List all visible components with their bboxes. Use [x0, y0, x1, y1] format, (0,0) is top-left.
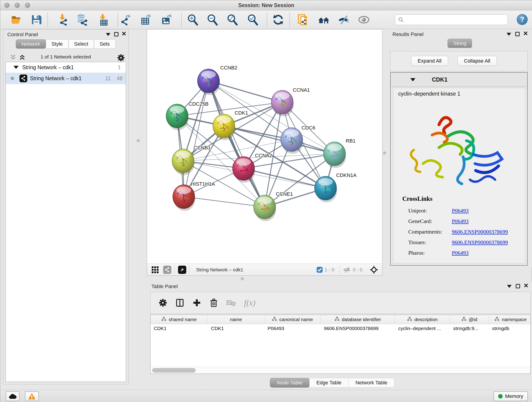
zoom-in-icon[interactable] [187, 14, 199, 26]
column-header-namespace[interactable]: namespace [489, 315, 531, 324]
section-expander-icon[interactable] [410, 78, 415, 81]
cell-canonical-name[interactable]: P06493 [264, 324, 321, 333]
network-view-mode-icon[interactable] [163, 266, 171, 274]
network-canvas[interactable]: CCNB2CCNA1CDC25BCDK1CDC6RB1CCNB1CCNA2CDK… [147, 29, 382, 264]
search-input[interactable] [404, 17, 505, 22]
splitter-handle[interactable] [241, 277, 244, 280]
memory-button[interactable]: Memory [494, 391, 528, 401]
column-header-description[interactable]: description [395, 315, 450, 324]
show-all-icon[interactable] [358, 14, 370, 26]
network-view[interactable]: CCNB2CCNA1CDC25BCDK1CDC6RB1CCNB1CCNA2CDK… [147, 29, 382, 276]
tab-network-table[interactable]: Network Table [348, 378, 394, 388]
splitter-handle[interactable] [383, 152, 386, 154]
column-header-name[interactable]: name [208, 315, 264, 324]
node-RB1[interactable] [323, 142, 346, 168]
tab-node-table[interactable]: Node Table [270, 378, 310, 388]
export-network-icon[interactable] [120, 14, 132, 26]
node-CDC25B[interactable] [166, 104, 189, 130]
column-header-shared-name[interactable]: shared name [151, 315, 208, 324]
node-CDKN1A[interactable] [315, 176, 337, 202]
open-session-icon[interactable] [10, 14, 22, 26]
cell-database-identifier[interactable]: 9606.ENSP00000378699 [321, 324, 395, 333]
node-CCNB2[interactable] [197, 69, 220, 95]
fit-selected-crosshair-icon[interactable] [369, 265, 379, 274]
collapse-all-button[interactable]: Collapse All [457, 56, 497, 66]
crosslink-link[interactable]: P06493 [452, 250, 469, 256]
warnings-button[interactable] [25, 391, 39, 401]
node-CCNB1[interactable] [172, 149, 195, 175]
cell-namespace[interactable]: stringdb [489, 324, 531, 333]
tab-string[interactable]: String [447, 39, 472, 48]
search-box[interactable] [395, 14, 508, 25]
save-session-icon[interactable] [31, 14, 42, 26]
node-CCNA2[interactable] [233, 157, 255, 183]
panel-close-icon[interactable]: ✕ [121, 32, 127, 36]
collection-expander-icon[interactable] [13, 66, 19, 69]
crosslink-link[interactable]: 9606.ENSP00000378699 [452, 229, 508, 235]
node-table[interactable]: shared namenamecanonical namedatabase id… [150, 315, 531, 374]
edge-CCNA2-CDKN1A[interactable] [244, 168, 326, 188]
tab-style[interactable]: Style [46, 39, 69, 49]
tab-edge-table[interactable]: Edge Table [309, 378, 349, 388]
delete-table-icon[interactable] [226, 299, 236, 307]
network-row-selected[interactable]: String Network – cdk1 11 48 [6, 73, 126, 84]
export-image-icon[interactable] [161, 14, 172, 26]
zoom-selected-icon[interactable] [247, 14, 259, 26]
cell-name[interactable]: CDK1 [208, 324, 264, 333]
export-table-icon[interactable] [140, 14, 152, 26]
first-neighbors-icon[interactable] [318, 14, 330, 26]
scrollbar-thumb[interactable] [152, 368, 196, 373]
import-network-from-database-icon[interactable] [76, 14, 88, 26]
expand-all-button[interactable]: Expand All [411, 56, 448, 66]
grid-view-icon[interactable] [151, 266, 159, 274]
panel-close-icon[interactable]: ✕ [524, 283, 529, 288]
panel-float-icon[interactable] [114, 32, 119, 36]
crosslink-link[interactable]: P06493 [452, 208, 469, 214]
edge-HIST1H1A-CCNE1[interactable] [184, 197, 265, 207]
tab-network[interactable]: Network [16, 39, 46, 49]
delete-column-trash-icon[interactable] [209, 298, 218, 307]
splitter-handle[interactable] [137, 139, 140, 142]
panel-float-icon[interactable] [516, 284, 520, 288]
cell-description[interactable]: cyclin–dependent ... [395, 324, 450, 333]
function-builder-icon[interactable]: f(x) [244, 298, 255, 307]
node-HIST1H1A[interactable] [173, 185, 195, 211]
panel-float-icon[interactable] [515, 32, 520, 36]
column-header-canonical-name[interactable]: canonical name [264, 315, 321, 324]
crosslink-link[interactable]: 9606.ENSP00000378699 [452, 239, 508, 245]
column-header--id[interactable]: @id [450, 315, 489, 324]
import-table-from-file-icon[interactable] [97, 14, 109, 26]
table-horizontal-scrollbar[interactable] [151, 367, 530, 374]
copy-network-icon[interactable] [298, 14, 309, 26]
node-CCNA1[interactable] [271, 90, 294, 116]
cdk1-section-header[interactable]: CDK1 [391, 73, 527, 87]
panel-menu-icon[interactable] [106, 33, 110, 36]
network-collection-row[interactable]: String Network – cdk1 1 [6, 62, 126, 73]
table-row[interactable]: CDK1CDK1P064939606.ENSP00000378699cyclin… [151, 324, 530, 333]
create-column-plus-icon[interactable] [192, 298, 201, 307]
node-CCNE1[interactable] [254, 195, 276, 221]
crosslink-link[interactable]: P06493 [452, 218, 469, 224]
help-button[interactable]: ? [517, 14, 528, 25]
hide-selection-icon[interactable] [338, 14, 350, 26]
cloud-status-button[interactable] [6, 391, 19, 401]
node-CDK1[interactable] [213, 114, 235, 140]
edge-CCNB2-CCNE1[interactable] [209, 81, 265, 207]
show-columns-icon[interactable] [175, 298, 184, 307]
selected-nodes-checkbox-icon[interactable] [317, 267, 323, 273]
panel-menu-icon[interactable] [507, 285, 512, 288]
cell--id[interactable]: stringdb:9... [450, 324, 489, 333]
column-header-database-identifier[interactable]: database identifier [321, 315, 395, 324]
zoom-fit-content-icon[interactable] [226, 14, 238, 26]
tab-sets[interactable]: Sets [94, 39, 115, 49]
node-CDC6[interactable] [281, 128, 303, 154]
import-network-from-file-icon[interactable] [56, 14, 68, 26]
edge-CCNB2-HIST1H1A[interactable] [184, 81, 209, 197]
zoom-out-icon[interactable] [206, 14, 218, 26]
table-options-gear-icon[interactable] [158, 298, 167, 307]
panel-close-icon[interactable]: ✕ [523, 32, 528, 36]
tab-select[interactable]: Select [69, 39, 94, 49]
detach-view-icon[interactable] [178, 266, 186, 274]
network-options-gear-icon[interactable] [117, 54, 125, 62]
panel-menu-icon[interactable] [507, 33, 511, 36]
